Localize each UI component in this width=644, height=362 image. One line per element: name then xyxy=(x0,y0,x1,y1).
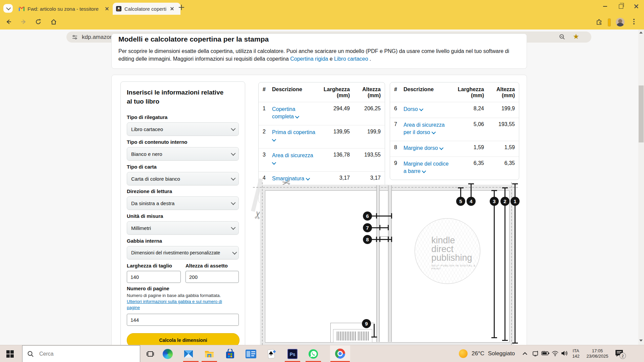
measure-line-8 xyxy=(372,239,392,240)
reading-direction-select[interactable]: Da sinistra a destra xyxy=(127,196,239,210)
chevron-down-icon xyxy=(231,176,235,181)
spine-margin-left xyxy=(376,185,380,342)
page-count-input[interactable] xyxy=(127,314,239,326)
reload-button[interactable] xyxy=(35,18,42,26)
battery-icon[interactable] xyxy=(541,351,549,357)
field-label: Numero di pagine xyxy=(127,286,239,291)
trim-height-input[interactable] xyxy=(185,271,239,283)
chevron-down-icon xyxy=(272,137,276,142)
interior-trim-select[interactable]: Dimensioni del rivestimento personalizza… xyxy=(127,246,239,259)
taskbar-search[interactable] xyxy=(22,345,140,362)
trim-width-input[interactable] xyxy=(127,271,181,283)
measure-line-5 xyxy=(460,188,461,197)
tab-gmail[interactable]: Fwd: articolo su zona - tessitore xyxy=(15,3,117,15)
page-count-info-link[interactable]: Ulteriori informazioni sulla gabbia e su… xyxy=(127,299,232,311)
tab-kdp-active[interactable]: Calcolatore copertina KDP xyxy=(113,3,180,15)
field-label: Tipo di carta xyxy=(127,164,239,170)
store-icon[interactable] xyxy=(222,345,238,362)
site-settings-icon[interactable] xyxy=(72,34,78,40)
scrollbar-thumb[interactable] xyxy=(639,85,644,142)
row-num: 8 xyxy=(394,144,404,152)
chevron-down-icon xyxy=(231,126,235,131)
interior-type-select[interactable]: Bianco e nero xyxy=(127,147,239,161)
restore-button[interactable] xyxy=(613,0,629,13)
col-num: # xyxy=(394,86,404,99)
hardcover-link[interactable]: Copertina rigida xyxy=(290,56,328,62)
language-indicator[interactable]: ITA 142 xyxy=(570,348,582,359)
browser-toolbar: kdp.amazon.com/cover-calculator ★ xyxy=(0,15,644,29)
binding-type-select[interactable]: Libro cartaceo xyxy=(127,122,239,136)
wifi-icon[interactable] xyxy=(551,350,559,358)
marker-7: 7 xyxy=(363,223,372,232)
cast-icon[interactable] xyxy=(532,350,539,358)
tray-expand-button[interactable] xyxy=(522,351,528,358)
col-desc: Descrizione xyxy=(404,86,452,99)
row-desc-link[interactable]: Area di sicurezza per il dorso xyxy=(404,122,445,135)
clock[interactable]: 17:05 23/06/2025 xyxy=(584,348,611,359)
barcode-box xyxy=(333,329,372,343)
start-button[interactable] xyxy=(2,345,18,362)
measure-unit-select[interactable]: Millimetri xyxy=(127,221,239,235)
tab-search-button[interactable] xyxy=(3,4,13,13)
file-explorer-icon[interactable] xyxy=(201,345,217,362)
pinned-extension-icon[interactable] xyxy=(608,18,611,26)
chrome-active-tile[interactable] xyxy=(330,345,350,362)
home-button[interactable] xyxy=(50,18,57,26)
measure-line-2 xyxy=(504,188,505,341)
whatsapp-icon[interactable] xyxy=(305,345,321,362)
scroll-down-icon[interactable] xyxy=(639,340,643,342)
close-tab-icon[interactable] xyxy=(169,6,175,11)
paper-type-select[interactable]: Carta di colore bianco xyxy=(127,172,239,185)
time: 17:05 xyxy=(584,348,611,354)
row-desc-link[interactable]: Copertina completa xyxy=(272,106,298,119)
marker-2: 2 xyxy=(500,197,509,206)
tick xyxy=(371,337,377,338)
logo-text: direct xyxy=(431,245,480,253)
row-desc-link[interactable]: Margine dorso xyxy=(404,145,442,151)
row-desc-link[interactable]: Dorso xyxy=(404,106,422,112)
select-value: Libro cartaceo xyxy=(131,126,163,132)
row-desc-link[interactable]: Margine del codice a barre xyxy=(404,161,448,174)
bookmark-star-icon[interactable]: ★ xyxy=(573,33,579,40)
profile-avatar[interactable] xyxy=(616,18,625,26)
weather-widget[interactable]: 26°C Soleggiato xyxy=(472,350,515,357)
select-value: Carta di colore bianco xyxy=(131,176,180,182)
weather-sun-icon[interactable] xyxy=(459,349,468,358)
zoom-out-indicator-icon[interactable] xyxy=(559,34,566,42)
col-width: Larghezza (mm) xyxy=(318,86,350,99)
date: 23/06/2025 xyxy=(584,354,611,359)
search-input[interactable] xyxy=(39,351,120,357)
measure-line-6 xyxy=(372,216,392,217)
scrollbar[interactable] xyxy=(638,29,644,345)
photoshop-icon[interactable]: Ps xyxy=(284,345,301,362)
browser-menu-button[interactable] xyxy=(633,19,635,24)
task-view-button[interactable] xyxy=(142,345,158,362)
row-desc-link[interactable]: Area di sicurezza xyxy=(272,153,315,166)
close-window-button[interactable] xyxy=(629,0,644,13)
table-row: 9 Margine del codice a barre 6,35 6,35 xyxy=(390,157,519,180)
mail-icon[interactable] xyxy=(180,345,197,362)
chevron-down-icon xyxy=(419,107,424,111)
new-tab-button[interactable] xyxy=(178,4,184,10)
forward-button[interactable] xyxy=(20,18,27,26)
solitaire-icon[interactable] xyxy=(264,345,280,362)
paperback-link[interactable]: Libro cartaceo xyxy=(334,56,368,62)
volume-icon[interactable] xyxy=(561,350,568,358)
col-desc: Descrizione xyxy=(272,86,318,99)
cut-line-left xyxy=(262,182,263,345)
scroll-up-icon[interactable] xyxy=(639,32,643,34)
card-app-icon[interactable] xyxy=(243,345,259,362)
edge-icon[interactable] xyxy=(160,345,176,362)
row-num: 2 xyxy=(263,129,272,143)
minimize-button[interactable] xyxy=(597,0,613,13)
page-title: Modelli e calcolatore copertina per la s… xyxy=(118,35,269,43)
row-desc-link[interactable]: Prima di copertina xyxy=(272,129,317,142)
row-desc-link[interactable]: Smarginatura xyxy=(272,176,309,181)
close-tab-icon[interactable] xyxy=(104,6,110,11)
back-button[interactable] xyxy=(5,18,12,26)
tick xyxy=(512,183,518,184)
extensions-button[interactable] xyxy=(596,18,602,26)
row-num: 6 xyxy=(394,106,404,113)
notification-center-button[interactable]: 2 xyxy=(615,349,624,359)
row-height: 193,55 xyxy=(484,121,515,136)
